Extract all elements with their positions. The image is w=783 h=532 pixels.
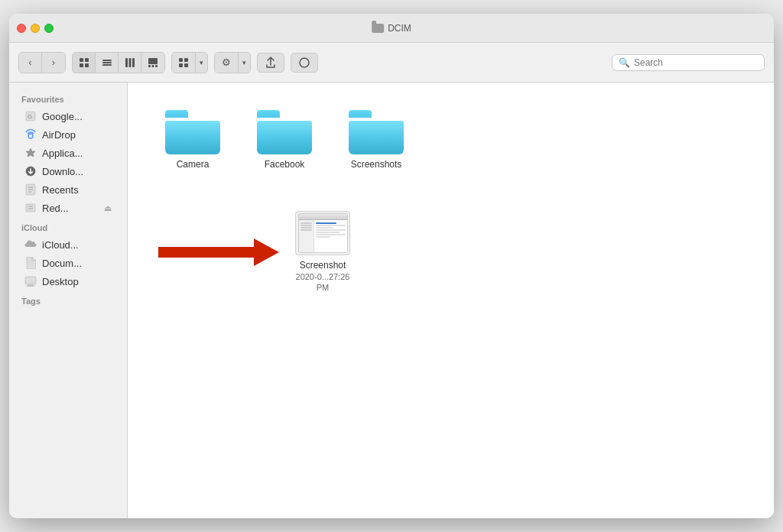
share-button[interactable] xyxy=(257,53,284,73)
forward-button[interactable]: › xyxy=(42,53,65,73)
svg-rect-16 xyxy=(179,63,183,67)
screenshot-thumbnail xyxy=(295,211,350,255)
svg-point-21 xyxy=(28,134,33,138)
gallery-view-button[interactable] xyxy=(141,53,164,73)
sidebar-item-google[interactable]: G Google... xyxy=(12,107,124,125)
window-title: DCIM xyxy=(372,23,411,34)
sidebar-item-downloads[interactable]: Downlo... xyxy=(12,162,124,180)
tags-header: Tags xyxy=(9,290,127,309)
downloads-icon xyxy=(24,165,37,177)
svg-rect-9 xyxy=(132,58,135,67)
action-button: ⚙ ▾ xyxy=(214,52,251,73)
back-button[interactable]: ‹ xyxy=(19,53,42,73)
red-arrow-svg xyxy=(158,237,281,268)
sidebar: Favourites G Google... xyxy=(9,83,128,518)
applications-icon xyxy=(24,147,37,159)
nav-buttons: ‹ › xyxy=(18,52,66,73)
svg-rect-15 xyxy=(184,58,188,62)
folder-facebook-icon xyxy=(257,110,312,154)
folder-screenshots-label: Screenshots xyxy=(351,159,402,171)
search-bar: 🔍 xyxy=(612,54,765,71)
documents-icon xyxy=(24,257,37,269)
svg-point-18 xyxy=(300,58,309,67)
group-button: ▾ xyxy=(171,52,208,73)
sidebar-item-red[interactable]: Red... ⏏ xyxy=(12,199,124,217)
sidebar-item-icloud[interactable]: iCloud... xyxy=(12,235,124,254)
sidebar-label-airdrop: AirDrop xyxy=(42,129,76,141)
group-main-button[interactable] xyxy=(172,53,195,73)
svg-rect-30 xyxy=(25,277,36,284)
action-dropdown-button[interactable]: ▾ xyxy=(238,53,250,73)
sidebar-label-documents: Docum... xyxy=(42,258,82,269)
list-view-button[interactable] xyxy=(96,53,119,73)
svg-text:G: G xyxy=(28,113,32,120)
svg-rect-0 xyxy=(80,58,83,62)
main-content: Favourites G Google... xyxy=(9,83,774,518)
recents-icon xyxy=(24,183,37,196)
search-input[interactable] xyxy=(634,57,758,68)
svg-rect-3 xyxy=(85,63,89,67)
svg-rect-13 xyxy=(155,65,158,67)
desktop-icon xyxy=(24,275,37,287)
svg-rect-4 xyxy=(102,60,112,61)
svg-rect-10 xyxy=(148,58,158,64)
svg-marker-33 xyxy=(158,238,279,266)
svg-rect-7 xyxy=(125,58,128,67)
sidebar-label-recents: Recents xyxy=(42,184,79,196)
sidebar-item-desktop[interactable]: Desktop xyxy=(12,272,124,290)
toolbar: ‹ › xyxy=(9,43,774,83)
svg-rect-17 xyxy=(184,63,188,67)
favourites-header: Favourites xyxy=(9,89,127,107)
minimize-button[interactable] xyxy=(31,24,40,33)
sidebar-label-icloud: iCloud... xyxy=(42,239,79,251)
action-main-button[interactable]: ⚙ xyxy=(215,53,238,73)
folder-camera[interactable]: Camera xyxy=(158,105,227,176)
sidebar-item-applications[interactable]: Applica... xyxy=(12,144,124,162)
tag-button[interactable] xyxy=(291,53,318,73)
svg-rect-8 xyxy=(128,58,131,67)
icloud-header: iCloud xyxy=(9,217,127,235)
sidebar-label-desktop: Desktop xyxy=(42,276,79,287)
sidebar-label-downloads: Downlo... xyxy=(42,166,83,177)
icloud-icon xyxy=(24,238,37,251)
red-icon xyxy=(24,202,37,214)
folder-facebook[interactable]: Facebook xyxy=(250,105,319,176)
eject-icon[interactable]: ⏏ xyxy=(104,203,112,213)
icon-view-button[interactable] xyxy=(73,53,96,73)
screenshot-name: Screenshot xyxy=(300,260,346,272)
file-screenshot[interactable]: Screenshot 2020-0...27:26 PM xyxy=(288,206,357,298)
svg-rect-1 xyxy=(85,58,89,62)
folder-screenshots-icon xyxy=(349,110,404,154)
column-view-button[interactable] xyxy=(119,53,141,73)
sidebar-label-red: Red... xyxy=(42,203,69,214)
maximize-button[interactable] xyxy=(44,24,54,33)
traffic-lights xyxy=(17,24,54,33)
sidebar-item-airdrop[interactable]: AirDrop xyxy=(12,125,124,144)
folder-camera-icon xyxy=(165,110,220,154)
search-icon: 🔍 xyxy=(619,57,630,68)
svg-rect-14 xyxy=(179,58,183,62)
finder-window: DCIM ‹ › xyxy=(9,14,774,518)
svg-rect-6 xyxy=(102,64,112,66)
svg-rect-27 xyxy=(26,204,35,212)
close-button[interactable] xyxy=(17,24,26,33)
sidebar-item-documents[interactable]: Docum... xyxy=(12,254,124,272)
svg-rect-12 xyxy=(152,65,154,67)
folder-screenshots[interactable]: Screenshots xyxy=(342,105,411,176)
screenshot-date: 2020-0...27:26 PM xyxy=(293,271,353,294)
sidebar-item-recents[interactable]: Recents xyxy=(12,180,124,199)
folder-facebook-label: Facebook xyxy=(265,159,305,171)
folder-camera-label: Camera xyxy=(177,159,210,171)
view-buttons xyxy=(72,52,165,73)
title-folder-icon xyxy=(372,24,384,33)
svg-rect-5 xyxy=(102,62,112,63)
title-text: DCIM xyxy=(388,23,411,34)
arrow-indicator xyxy=(158,237,281,268)
titlebar: DCIM xyxy=(9,14,774,43)
google-icon: G xyxy=(24,110,37,122)
airdrop-icon xyxy=(24,128,37,141)
sidebar-label-applications: Applica... xyxy=(42,148,83,159)
file-area: Camera Facebook Screenshots xyxy=(128,83,774,518)
group-dropdown-button[interactable]: ▾ xyxy=(195,53,207,73)
sidebar-label-google: Google... xyxy=(42,111,83,122)
